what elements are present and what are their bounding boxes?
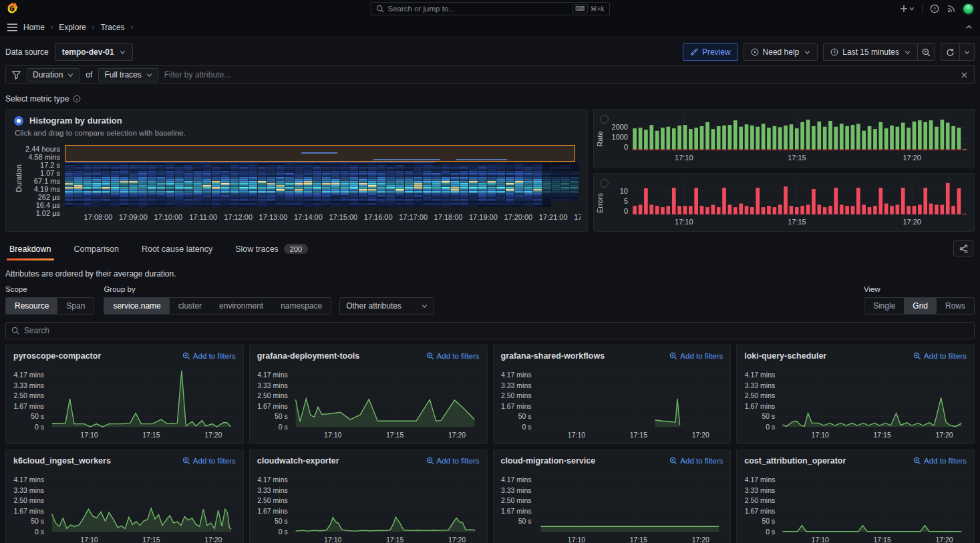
share-button[interactable] [953,240,973,256]
magnifier-plus-icon [913,457,921,465]
service-name: cloud-migration-service [501,456,596,466]
service-name: loki-query-scheduler [744,351,826,361]
search-icon [11,327,19,335]
filter-field-dropdown[interactable]: Duration [27,68,79,81]
service-card: grafana-deployment-tools Add to filters … [249,345,488,444]
card-x-axis: 17:1017:1517:20 [779,431,967,439]
duration-line-chart[interactable] [48,472,236,536]
tab-comparison[interactable]: Comparison [71,240,122,260]
card-x-axis: 17:1017:1517:20 [779,536,967,543]
chevron-right-icon: › [51,23,53,31]
menu-icon[interactable] [7,23,17,31]
collapse-chevron-up-icon[interactable] [965,23,973,31]
duration-line-chart[interactable] [536,367,723,431]
data-source-picker[interactable]: tempo-dev-01 [55,43,133,61]
group-by-environment[interactable]: environment [210,298,272,314]
errors-bar-chart[interactable] [632,178,967,217]
rate-radio[interactable] [600,115,609,124]
scope-option-span[interactable]: Span [57,298,94,314]
filter-attribute-input[interactable]: Filter by attribute... [164,70,230,79]
histogram-subtitle: Click and drag to compare selection with… [15,129,579,137]
user-avatar[interactable] [963,4,973,14]
add-menu-button[interactable] [900,5,915,13]
need-help-button[interactable]: Need help [744,43,818,61]
tab-root-cause-latency[interactable]: Root cause latency [139,240,215,260]
duration-line-chart[interactable] [779,472,967,536]
magnifier-plus-icon [669,352,677,360]
duration-line-chart[interactable] [292,367,480,431]
add-to-filters-button[interactable]: Add to filters [426,457,480,465]
group-by-service-name[interactable]: service.name [104,298,169,314]
zoom-out-button[interactable] [918,43,935,61]
preview-button[interactable]: Preview [683,43,738,61]
histogram-radio-selected[interactable] [14,116,23,126]
duration-heatmap[interactable] [65,145,579,209]
breadcrumb-explore[interactable]: Explore [59,23,86,32]
rate-y-axis: 200010000 [609,123,632,151]
duration-line-chart[interactable] [292,472,480,536]
breadcrumb-home[interactable]: Home [23,23,45,32]
add-to-filters-button[interactable]: Add to filters [182,352,236,360]
chevron-down-icon [67,72,73,78]
add-to-filters-button[interactable]: Add to filters [669,352,723,360]
top-nav: Search or jump to... ⌨ ⌘+k ? [0,0,980,17]
tab-breakdown[interactable]: Breakdown [7,240,54,260]
refresh-button[interactable] [941,43,960,61]
scope-option-resource[interactable]: Resource [6,298,57,314]
clear-filters-icon[interactable] [961,71,968,79]
card-x-axis: 17:1017:1517:20 [536,431,723,439]
filter-of-label: of [86,70,92,79]
add-to-filters-button[interactable]: Add to filters [669,457,723,465]
refresh-interval-dropdown[interactable] [960,43,975,61]
tabs: Breakdown Comparison Root cause latency … [5,239,975,260]
global-search[interactable]: Search or jump to... ⌨ ⌘+k [371,2,610,15]
duration-line-chart[interactable] [779,367,967,431]
add-to-filters-button[interactable]: Add to filters [913,352,967,360]
magnifier-minus-icon [922,48,931,57]
view-option-grid[interactable]: Grid [904,298,937,314]
share-icon [959,244,968,253]
card-y-axis: 4.17 mins3.33 mins2.50 mins1.67 mins50 s… [257,371,292,431]
toolbar: Data source tempo-dev-01 Preview Need he… [5,43,975,61]
other-attributes-dropdown[interactable]: Other attributes [339,297,434,315]
duration-line-chart[interactable] [48,367,236,431]
time-range-picker[interactable]: Last 15 minutes [823,43,918,61]
filter-scope-dropdown[interactable]: Full traces [98,68,158,81]
card-x-axis: 17:1017:1517:20 [48,431,236,439]
view-option-single[interactable]: Single [864,298,904,314]
grafana-logo[interactable] [7,3,19,15]
service-card: loki-query-scheduler Add to filters 4.17… [736,345,975,444]
add-to-filters-button[interactable]: Add to filters [426,352,480,360]
magnifier-plus-icon [426,457,434,465]
errors-axis-label: Errors [596,193,604,213]
help-icon[interactable]: ? [930,4,939,13]
add-to-filters-button[interactable]: Add to filters [182,457,236,465]
clock-icon [830,48,838,56]
attributes-note: Attributes are ordered by their average … [5,269,975,279]
tab-slow-traces[interactable]: Slow traces200 [232,239,311,260]
service-name: grafana-shared-workflows [501,351,605,361]
search-icon [376,5,384,13]
duration-line-chart[interactable] [536,472,723,536]
service-card: cloudwatch-exporter Add to filters 4.17 … [249,449,488,543]
card-y-axis: 4.17 mins3.33 mins2.50 mins1.67 mins50 s… [13,476,48,536]
service-name: cost_attribution_operator [744,456,846,466]
service-card: pyroscope-compactor Add to filters 4.17 … [5,345,244,444]
rate-bar-chart[interactable] [632,114,967,153]
add-to-filters-button[interactable]: Add to filters [913,457,967,465]
chevron-right-icon: › [92,23,94,31]
heatmap-y-axis: 2.44 hours4.58 mins17.2 s1.07 s67.1 ms4.… [23,145,65,209]
view-option-rows[interactable]: Rows [937,298,974,314]
shortcut-hint: ⌨ ⌘+k [573,4,604,13]
news-rss-icon[interactable] [947,4,956,13]
errors-radio[interactable] [600,179,609,188]
breadcrumb-traces[interactable]: Traces [100,23,124,32]
data-source-label: Data source [5,47,49,57]
attribute-search[interactable]: Search [5,322,975,339]
group-by-namespace[interactable]: namespace [272,298,331,314]
card-y-axis: 4.17 mins3.33 mins2.50 mins1.67 mins50 s… [13,371,48,431]
group-by-cluster[interactable]: cluster [170,298,210,314]
keyboard-icon: ⌨ [573,4,587,13]
group-by-label: Group by [104,285,434,293]
magnifier-plus-icon [182,352,190,360]
